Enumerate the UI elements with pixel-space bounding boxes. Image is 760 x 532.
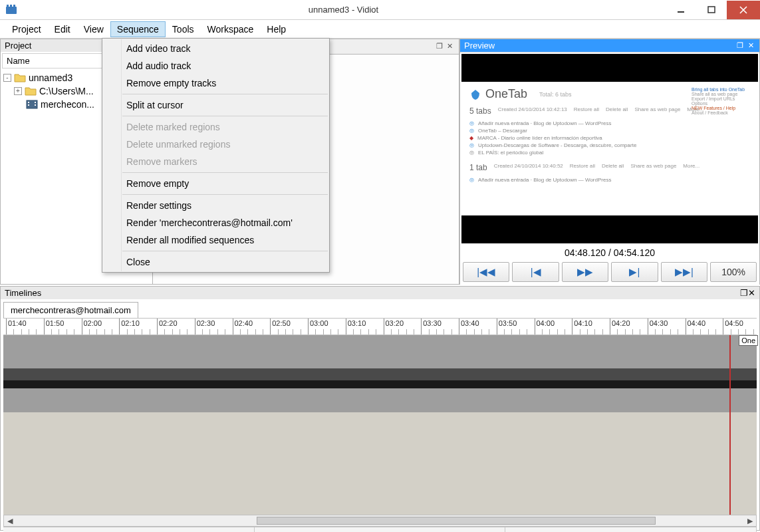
preview-controls: |◀◀ |◀ ▶▶ ▶| ▶▶| 100% [460, 261, 759, 285]
list-item: ◆MARCA - Diario online líder en informac… [469, 134, 750, 142]
restore-icon[interactable]: ❐ [740, 288, 748, 298]
menu-item[interactable]: Render 'merchecontreras@hotmail.com' [102, 214, 329, 231]
menu-view[interactable]: View [77, 21, 110, 37]
menu-item[interactable]: Remove empty tracks [102, 74, 329, 92]
close-panel-icon[interactable]: ✕ [746, 41, 755, 51]
timelines-panel-title: Timelines [5, 288, 740, 298]
ruler-tick: 04:10 [572, 319, 592, 334]
ruler-tick: 01:50 [44, 319, 64, 334]
svg-rect-2 [10, 5, 12, 7]
ruler-tick: 02:30 [195, 319, 215, 334]
scroll-thumb[interactable] [257, 517, 656, 525]
menu-item: Delete unmarked regions [102, 136, 329, 153]
menu-edit[interactable]: Edit [48, 21, 77, 37]
list-item: ◎Uptodown-Descargas de Software - Descar… [469, 142, 750, 149]
restore-icon[interactable]: ❐ [735, 41, 745, 51]
ruler-tick: 02:10 [119, 319, 140, 334]
ruler-tick: 03:50 [497, 319, 517, 334]
timeline-body[interactable]: One [3, 335, 757, 515]
ruler-tick: 03:20 [384, 319, 404, 334]
play-button[interactable]: ▶▶ [562, 262, 608, 282]
track-gap [3, 368, 757, 380]
scroll-right-icon[interactable]: ▶ [744, 517, 756, 525]
ruler-tick: 04:00 [535, 319, 555, 334]
preview-panel-title: Preview [464, 41, 734, 51]
timeline-scrollbar[interactable]: ◀ ▶ [3, 515, 757, 527]
next-frame-button[interactable]: ▶| [611, 262, 658, 282]
ruler-tick: 04:50 [723, 319, 743, 334]
ruler-tick: 04:40 [686, 319, 706, 334]
clip-label[interactable]: One [739, 335, 758, 346]
ruler-tick: 04:20 [610, 319, 630, 334]
timeline-ruler[interactable]: 01:4001:5002:0002:1002:2002:3002:4002:50… [3, 318, 757, 335]
video-track[interactable]: One [3, 335, 757, 368]
audio-track-dark[interactable] [3, 380, 757, 388]
playhead[interactable] [729, 335, 731, 515]
skip-end-button[interactable]: ▶▶| [661, 262, 707, 282]
timelines-panel-header: Timelines ❐ ✕ [1, 287, 759, 299]
menu-tools[interactable]: Tools [166, 21, 201, 37]
close-panel-icon[interactable]: ✕ [748, 288, 755, 298]
menu-item[interactable]: Close [102, 253, 329, 271]
svg-rect-7 [28, 102, 29, 103]
ruler-tick: 02:20 [157, 319, 178, 334]
timeline-tab[interactable]: merchecontreras@hotmail.com [3, 302, 138, 318]
prev-frame-button[interactable]: |◀ [512, 262, 559, 282]
scroll-left-icon[interactable]: ◀ [4, 517, 16, 525]
preview-panel: Preview ❐ ✕ Bring all tabs into OneTab S… [459, 39, 760, 285]
menu-item[interactable]: Add audio track [102, 57, 329, 74]
zoom-level[interactable]: 100% [710, 262, 757, 282]
svg-rect-3 [13, 5, 15, 7]
ruler-tick: 04:30 [648, 319, 668, 334]
menu-workspace[interactable]: Workspace [201, 21, 261, 37]
svg-rect-1 [7, 5, 9, 7]
ruler-tick: 02:50 [270, 319, 291, 334]
menu-item: Delete marked regions [102, 118, 329, 136]
expander-icon[interactable]: - [3, 74, 11, 82]
menu-item[interactable]: Split at cursor [102, 96, 329, 114]
preview-panel-header: Preview ❐ ✕ [460, 39, 759, 52]
ruler-tick: 03:40 [459, 319, 479, 334]
skip-start-button[interactable]: |◀◀ [463, 262, 509, 282]
svg-rect-8 [28, 104, 29, 106]
restore-icon[interactable]: ❐ [436, 42, 445, 51]
list-item: ◎Añadir nueva entrada · Blog de Uptodown… [469, 176, 750, 184]
list-item: ◎EL PAÍS: el periódico global [469, 149, 750, 156]
svg-rect-4 [678, 11, 684, 13]
preview-right-links: Bring all tabs into OneTab Share all as … [692, 87, 751, 115]
svg-rect-0 [6, 7, 17, 14]
minimize-button[interactable] [666, 1, 696, 19]
preview-subtitle: Total: 6 tabs [539, 91, 572, 98]
status-cell [255, 527, 506, 532]
list-item: ◎Añadir nueva entrada · Blog de Uptodown… [469, 120, 750, 127]
status-cell [505, 527, 757, 532]
preview-video: Bring all tabs into OneTab Share all as … [461, 54, 758, 243]
audio-track[interactable] [3, 388, 757, 412]
menu-item[interactable]: Render all modified sequences [102, 231, 329, 249]
menubar: Project Edit View Sequence Tools Workspa… [0, 20, 760, 39]
svg-rect-5 [708, 7, 715, 13]
preview-time: 04:48.120 / 04:54.120 [460, 245, 759, 261]
tree-label: merchecon... [41, 99, 94, 110]
close-panel-icon[interactable]: ✕ [447, 42, 456, 51]
tree-label: unnamed3 [29, 72, 72, 83]
menu-project[interactable]: Project [5, 21, 48, 37]
menu-item[interactable]: Render settings [102, 197, 329, 214]
menu-item[interactable]: Add video track [102, 40, 329, 57]
expander-icon[interactable]: + [14, 87, 22, 95]
close-button[interactable] [727, 1, 760, 19]
list-item: ◎OneTab – Descargar [469, 127, 750, 134]
menu-sequence[interactable]: Sequence [110, 21, 166, 37]
sequence-icon [26, 99, 38, 110]
statusbar [3, 527, 757, 532]
ruler-tick: 03:30 [421, 319, 442, 334]
ruler-tick: 03:00 [308, 319, 328, 334]
maximize-button[interactable] [696, 1, 727, 19]
menu-item: Remove markers [102, 153, 329, 170]
menu-help[interactable]: Help [260, 21, 293, 37]
menu-item[interactable]: Remove empty [102, 175, 329, 192]
titlebar: unnamed3 - Vidiot [0, 0, 760, 20]
ruler-tick: 02:00 [82, 319, 102, 334]
folder-icon [25, 86, 37, 96]
onetab-icon [469, 88, 481, 100]
